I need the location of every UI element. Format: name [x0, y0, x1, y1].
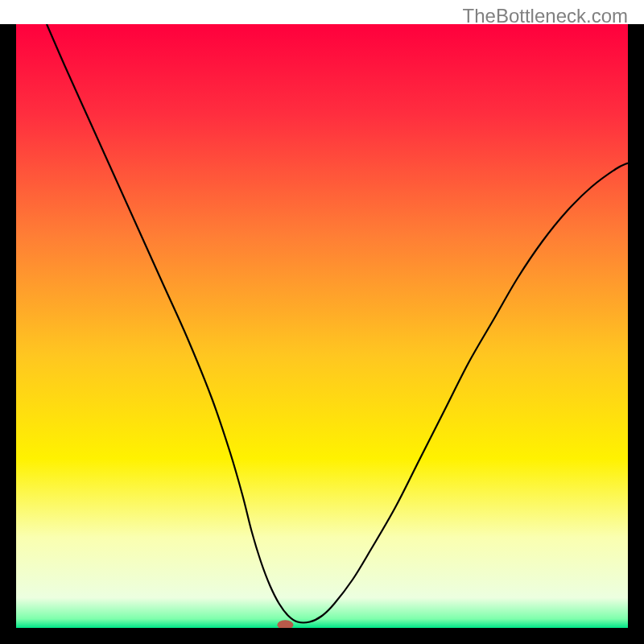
gradient-background	[16, 24, 628, 628]
watermark-text: TheBottleneck.com	[463, 5, 628, 27]
plot-frame	[0, 24, 644, 644]
plot-area	[16, 24, 628, 628]
chart-container: TheBottleneck.com	[0, 0, 644, 644]
chart-svg	[16, 24, 628, 628]
